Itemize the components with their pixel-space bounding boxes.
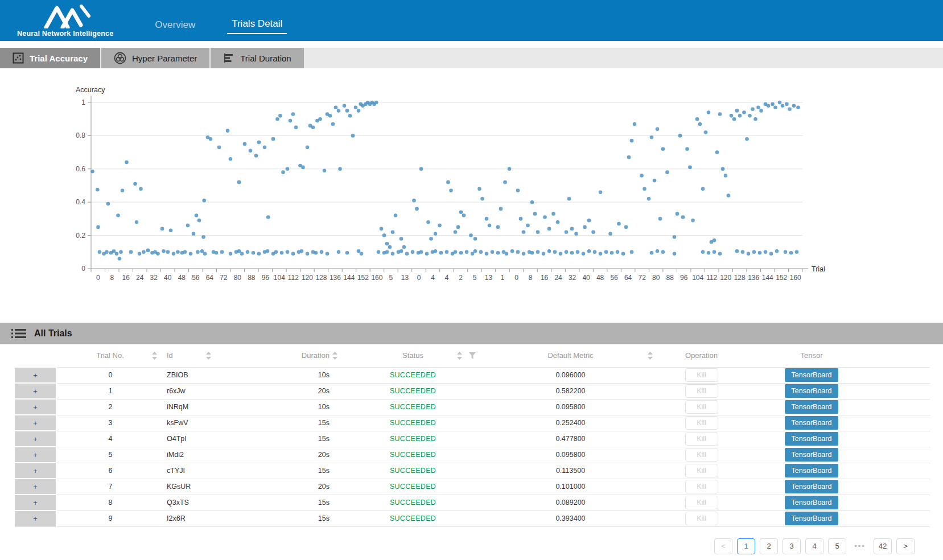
operation-cell: Kill xyxy=(660,463,743,479)
column-header-id[interactable]: Id xyxy=(164,344,218,367)
scatter-point xyxy=(286,167,290,171)
expand-cell[interactable]: + xyxy=(14,415,56,431)
scatter-point xyxy=(96,225,100,229)
kill-button[interactable]: Kill xyxy=(685,368,718,382)
svg-text:0.8: 0.8 xyxy=(76,131,85,139)
expand-cell[interactable]: + xyxy=(14,383,56,399)
tensorboard-button[interactable]: TensorBoard xyxy=(785,384,838,398)
column-header-status[interactable]: Status xyxy=(344,344,481,367)
expand-cell[interactable]: + xyxy=(14,463,56,479)
pagination-page-2[interactable]: 2 xyxy=(760,538,778,554)
tab-trial-accuracy[interactable]: Trial Accuracy xyxy=(0,48,100,68)
expand-cell[interactable]: + xyxy=(14,479,56,495)
tensorboard-button[interactable]: TensorBoard xyxy=(785,448,838,462)
sort-icon[interactable] xyxy=(206,352,211,360)
tensorboard-button[interactable]: TensorBoard xyxy=(785,400,838,414)
tab-trial-duration[interactable]: Trial Duration xyxy=(211,48,303,68)
sort-icon[interactable] xyxy=(457,352,462,360)
pagination-next-button[interactable]: > xyxy=(896,538,915,554)
pagination-page-1[interactable]: 1 xyxy=(737,538,755,554)
kill-button[interactable]: Kill xyxy=(685,496,718,509)
nav-trials-detail[interactable]: Trials Detail xyxy=(227,18,287,34)
tensor-cell: TensorBoard xyxy=(743,367,880,383)
pagination-page-42[interactable]: 42 xyxy=(874,538,892,554)
scatter-point xyxy=(454,230,458,234)
tensorboard-button[interactable]: TensorBoard xyxy=(785,416,838,430)
column-header-default-metric[interactable]: Default Metric xyxy=(481,344,660,367)
expand-row-button[interactable]: + xyxy=(15,479,56,494)
sort-icon[interactable] xyxy=(152,352,157,360)
scatter-point xyxy=(758,251,762,255)
expand-cell[interactable]: + xyxy=(14,447,56,463)
scatter-point xyxy=(176,250,180,254)
kill-button[interactable]: Kill xyxy=(685,464,718,477)
scatter-point xyxy=(630,250,634,254)
expand-row-button[interactable]: + xyxy=(15,400,56,414)
scatter-point xyxy=(695,117,699,121)
svg-text:152: 152 xyxy=(357,274,369,282)
trial-accuracy-chart[interactable]: 00.20.40.60.8108162432404856647280889610… xyxy=(0,69,943,297)
scatter-point xyxy=(380,227,384,231)
tensorboard-button[interactable]: TensorBoard xyxy=(785,432,838,446)
kill-button[interactable]: Kill xyxy=(685,480,718,493)
venn-icon xyxy=(114,52,126,64)
scatter-point xyxy=(616,250,620,254)
pagination-page-4[interactable]: 4 xyxy=(805,538,823,554)
filter-icon[interactable] xyxy=(469,352,476,359)
expand-row-button[interactable]: + xyxy=(15,495,56,510)
expand-row-button[interactable]: + xyxy=(15,431,56,446)
sort-icon[interactable] xyxy=(332,352,337,360)
kill-button[interactable]: Kill xyxy=(685,432,718,446)
expand-row-button[interactable]: + xyxy=(15,384,56,398)
expand-row-button[interactable]: + xyxy=(15,511,56,526)
kill-button[interactable]: Kill xyxy=(685,400,718,414)
scatter-point xyxy=(756,105,760,109)
tensorboard-button[interactable]: TensorBoard xyxy=(785,496,838,509)
nav-overview[interactable]: Overview xyxy=(155,19,195,34)
expand-cell[interactable]: + xyxy=(14,367,56,383)
expand-cell[interactable]: + xyxy=(14,399,56,415)
expand-row-button[interactable]: + xyxy=(15,415,56,430)
svg-text:112: 112 xyxy=(706,274,717,282)
column-label: Operation xyxy=(685,351,718,360)
scatter-point xyxy=(485,252,489,256)
table-row: +8Q3xTS15sSUCCEEDED0.089200KillTensorBoa… xyxy=(14,495,930,510)
svg-text:48: 48 xyxy=(178,274,186,282)
duration-cell: 15s xyxy=(218,463,344,479)
column-header-trial-no-[interactable]: Trial No. xyxy=(56,344,164,367)
expand-cell[interactable]: + xyxy=(14,431,56,447)
scatter-point xyxy=(426,220,430,224)
scatter-point xyxy=(533,212,537,216)
pagination-prev-button[interactable]: < xyxy=(714,538,732,554)
expand-row-button[interactable]: + xyxy=(15,368,56,382)
status-cell: SUCCEEDED xyxy=(344,415,481,431)
tensorboard-button[interactable]: TensorBoard xyxy=(785,480,838,493)
column-header-duration[interactable]: Duration xyxy=(218,344,344,367)
expand-cell[interactable]: + xyxy=(14,495,56,510)
svg-text:152: 152 xyxy=(776,274,787,282)
list-icon xyxy=(11,328,26,339)
scatter-point xyxy=(306,146,310,150)
kill-button[interactable]: Kill xyxy=(685,416,718,430)
tensorboard-button[interactable]: TensorBoard xyxy=(785,512,838,525)
kill-button[interactable]: Kill xyxy=(685,384,718,398)
sort-icon[interactable] xyxy=(648,352,653,360)
scatter-point xyxy=(508,167,512,171)
column-label: Duration xyxy=(302,351,330,360)
tab-hyper-parameter[interactable]: Hyper Parameter xyxy=(101,48,209,68)
kill-button[interactable]: Kill xyxy=(685,512,718,525)
scatter-point xyxy=(796,105,800,109)
expand-row-button[interactable]: + xyxy=(15,447,56,462)
scatter-point xyxy=(491,250,495,254)
spacer-cell xyxy=(880,383,930,399)
expand-cell[interactable]: + xyxy=(14,510,56,526)
table-row: +4O4TpI15sSUCCEEDED0.477800KillTensorBoa… xyxy=(14,431,930,447)
tensorboard-button[interactable]: TensorBoard xyxy=(785,464,838,477)
scatter-point xyxy=(334,105,338,109)
tensorboard-button[interactable]: TensorBoard xyxy=(785,368,838,382)
expand-row-button[interactable]: + xyxy=(15,463,56,478)
pagination-page-3[interactable]: 3 xyxy=(783,538,801,554)
kill-button[interactable]: Kill xyxy=(685,448,718,462)
pagination-page-5[interactable]: 5 xyxy=(828,538,846,554)
scatter-point xyxy=(465,250,469,254)
